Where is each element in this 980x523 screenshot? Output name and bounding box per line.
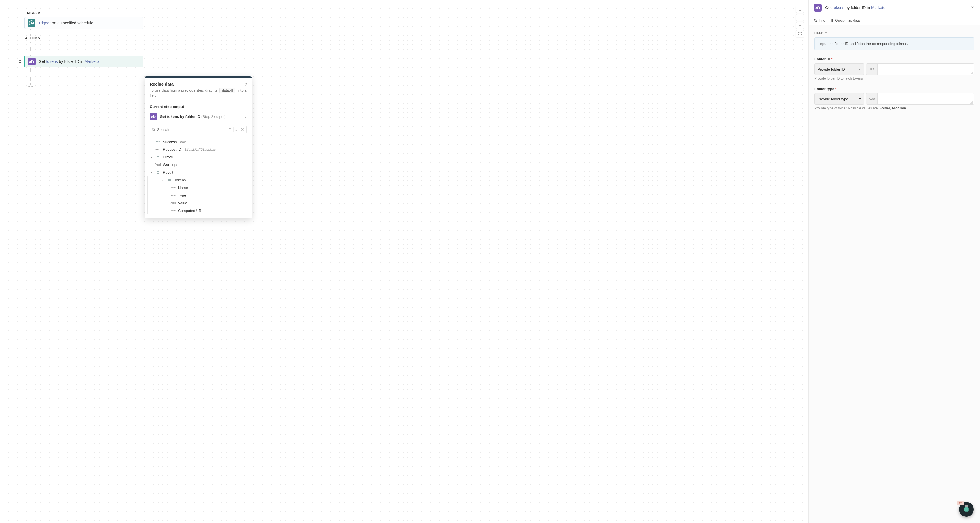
recipe-header: Recipe data To use data from a previous …	[145, 78, 252, 101]
action-step-label: Get tokens by folder ID in Marketo	[38, 59, 99, 64]
find-button[interactable]: Find	[814, 18, 825, 22]
schedule-icon	[27, 19, 35, 27]
chevron-up-icon	[825, 32, 827, 34]
folder-type-group: Folder type* Provide folder type ABC Pro…	[815, 87, 974, 110]
list-icon	[155, 171, 161, 174]
caret-down-icon	[858, 98, 861, 100]
search-prev-button[interactable]: ⌃	[227, 127, 232, 132]
svg-rect-3	[832, 19, 833, 22]
text-icon: ABC	[171, 202, 176, 204]
tree-item-computed-url[interactable]: ABC Computed URL	[150, 207, 249, 214]
tree-item-value[interactable]: ABC Value	[150, 199, 249, 207]
svg-point-1	[815, 19, 817, 21]
folder-id-group: Folder ID* Provide folder ID 123 Provide…	[815, 57, 974, 81]
fit-screen-button[interactable]	[796, 30, 804, 37]
close-button[interactable]: ✕	[969, 5, 975, 11]
tree-item-success[interactable]: Success true	[150, 138, 249, 146]
folder-id-label: Folder ID*	[815, 57, 974, 61]
list-icon	[155, 156, 161, 158]
group-map-button[interactable]: Group map data	[830, 18, 860, 22]
folder-type-label: Folder type*	[815, 87, 974, 91]
svg-rect-2	[831, 19, 832, 22]
help-toggle[interactable]: HELP	[815, 31, 974, 35]
recipe-subtitle: To use data from a previous step, drag i…	[150, 87, 247, 97]
config-title: Get tokens by folder ID in Marketo	[825, 5, 966, 10]
config-body: HELP Input the folder ID and fetch the c…	[809, 25, 980, 523]
trigger-step-label: Trigger on a specified schedule	[38, 21, 93, 25]
tree-item-tokens[interactable]: ▾ Tokens	[150, 176, 249, 184]
undo-button[interactable]	[796, 6, 804, 13]
tree-item-warnings[interactable]: [ABC] Warnings	[150, 161, 249, 169]
recipe-data-panel: Recipe data To use data from a previous …	[145, 76, 252, 219]
canvas[interactable]: ＋ － TRIGGER 1 Trigger on a specified sch…	[0, 0, 808, 523]
config-header: Get tokens by folder ID in Marketo ✕	[809, 0, 980, 15]
step-2-number: 2	[17, 60, 21, 63]
datapill-tag: datapill	[220, 87, 235, 93]
current-output-label: Current step output	[150, 105, 247, 109]
help-float-button[interactable]: 19	[959, 502, 974, 517]
trigger-step-card[interactable]: Trigger on a specified schedule	[24, 17, 143, 29]
canvas-toolbar: ＋ －	[796, 6, 804, 37]
marketo-icon	[28, 57, 36, 65]
folder-type-select[interactable]: Provide folder type	[815, 93, 864, 105]
folder-id-input-container: 123	[866, 63, 974, 75]
chevron-down-icon: ⌄	[244, 114, 247, 119]
text-icon: ABC	[155, 148, 161, 151]
list-icon	[167, 179, 172, 181]
lightbulb-icon	[964, 507, 969, 512]
zoom-in-button[interactable]: ＋	[796, 14, 804, 21]
zoom-out-button[interactable]: －	[796, 22, 804, 29]
text-icon: ABC	[171, 186, 176, 189]
search-icon	[152, 128, 155, 132]
boolean-icon	[155, 141, 161, 143]
marketo-icon	[814, 4, 822, 12]
folder-id-select[interactable]: Provide folder ID	[815, 63, 864, 75]
config-toolbar: Find Group map data	[809, 15, 980, 25]
search-icon	[814, 19, 817, 22]
search-clear-button[interactable]: ✕	[240, 127, 245, 132]
trigger-section-label: TRIGGER	[25, 11, 143, 15]
folder-type-helper: Provide type of folder. Possible values …	[815, 106, 974, 110]
columns-icon	[830, 19, 834, 22]
text-icon: ABC	[171, 209, 176, 212]
add-step-button[interactable]: +	[28, 82, 33, 87]
notification-badge: 19	[957, 501, 964, 506]
tree-item-errors[interactable]: ▸ Errors	[150, 153, 249, 161]
output-step-meta: (Step 2 output)	[201, 114, 226, 119]
folder-id-input[interactable]	[878, 64, 974, 74]
output-tree: Success true ABC Request ID 120a2#17f03a…	[145, 136, 252, 219]
text-type-icon: ABC	[866, 94, 878, 104]
action-step-card[interactable]: Get tokens by folder ID in Marketo	[24, 55, 143, 67]
number-type-icon: 123	[866, 64, 878, 74]
tree-item-result[interactable]: ▾ Result	[150, 169, 249, 176]
tree-item-name[interactable]: ABC Name	[150, 184, 249, 192]
resize-handle[interactable]	[243, 82, 248, 87]
step-1-number: 1	[17, 21, 21, 25]
search-next-button[interactable]: ⌄	[233, 127, 239, 132]
svg-point-0	[152, 128, 154, 130]
tree-item-request-id[interactable]: ABC Request ID 120a2#17f03a5bbac	[150, 146, 249, 153]
folder-type-input-container: ABC	[866, 93, 974, 105]
array-text-icon: [ABC]	[155, 163, 161, 166]
config-panel: Get tokens by folder ID in Marketo ✕ Fin…	[808, 0, 980, 523]
marketo-icon	[150, 113, 157, 120]
recipe-title: Recipe data	[150, 82, 247, 86]
workflow-steps: TRIGGER 1 Trigger on a specified schedul…	[17, 11, 143, 87]
search-input[interactable]	[157, 127, 226, 132]
search-container: ⌃ ⌄ ✕	[150, 125, 247, 133]
help-box: Input the folder ID and fetch the corres…	[815, 37, 974, 50]
folder-id-helper: Provide folder ID to fetch tokens.	[815, 76, 974, 81]
caret-down-icon	[858, 68, 861, 70]
actions-section-label: ACTIONS	[25, 36, 143, 40]
output-step-toggle[interactable]: Get tokens by folder ID (Step 2 output) …	[150, 112, 247, 121]
tree-item-type[interactable]: ABC Type	[150, 192, 249, 199]
folder-type-input[interactable]	[878, 94, 974, 104]
output-step-name: Get tokens by folder ID	[160, 114, 200, 119]
text-icon: ABC	[171, 194, 176, 197]
